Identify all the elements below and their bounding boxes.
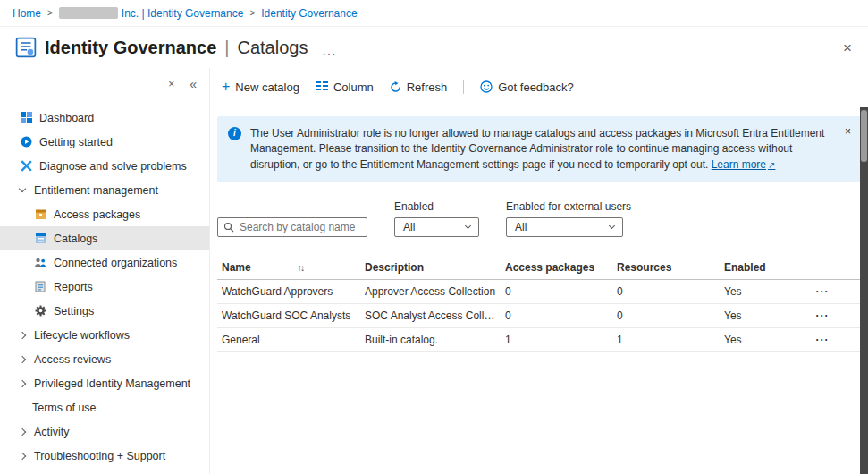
sidebar-item-label: Reports — [54, 281, 93, 293]
sidebar-group-troubleshooting-support[interactable]: Troubleshooting + Support — [0, 444, 209, 468]
external-users-filter-label: Enabled for external users — [506, 200, 631, 213]
command-bar: + New catalog Column Refresh Got feedbac… — [210, 70, 868, 104]
more-options-icon[interactable]: ··· — [322, 47, 336, 60]
sidebar-item-dashboard[interactable]: Dashboard — [0, 106, 209, 130]
sidebar-collapse-icon[interactable]: « — [190, 77, 197, 91]
sidebar-item-reports[interactable]: Reports — [0, 275, 209, 299]
sidebar-item-access-packages[interactable]: Access packages — [0, 202, 209, 226]
chevron-right-icon — [19, 379, 26, 386]
row-menu-icon[interactable]: ··· — [805, 285, 840, 298]
table-row[interactable]: WatchGuard SOC Analysts SOC Analyst Acce… — [217, 304, 861, 328]
close-icon[interactable]: × — [843, 40, 852, 55]
external-users-filter-value: All — [515, 221, 527, 233]
sidebar-item-connected-organizations[interactable]: Connected organizations — [0, 250, 209, 275]
sidebar-item-diagnose[interactable]: Diagnose and solve problems — [0, 154, 209, 178]
search-input[interactable] — [240, 221, 361, 233]
learn-more-link[interactable]: Learn more↗ — [712, 158, 776, 171]
sidebar-item-label: Terms of use — [32, 402, 97, 414]
title-divider: | — [224, 38, 229, 58]
access-packages-icon — [34, 208, 46, 220]
chevron-down-icon — [465, 223, 471, 229]
column-header-resources: Resources — [612, 261, 720, 274]
catalog-access-packages-cell: 1 — [501, 334, 612, 346]
catalog-access-packages-cell: 0 — [501, 309, 612, 322]
sidebar-search-clear-icon[interactable]: × — [168, 78, 174, 90]
banner-close-icon[interactable]: × — [845, 124, 851, 140]
scrollbar-thumb[interactable] — [861, 110, 867, 162]
identity-governance-blade: Home > Inc. | Identity Governance > Iden… — [0, 0, 868, 474]
sidebar-group-label: Troubleshooting + Support — [34, 450, 165, 462]
dashboard-icon — [20, 112, 32, 123]
catalogs-icon — [34, 233, 46, 244]
content-area: i The User Administrator role is no long… — [210, 104, 868, 474]
enabled-filter-value: All — [403, 221, 415, 233]
identity-governance-icon — [15, 37, 37, 58]
external-users-filter-select[interactable]: All — [506, 217, 623, 237]
sidebar-item-label: Access packages — [54, 208, 140, 221]
title-bar: Identity Governance | Catalogs ··· × — [0, 27, 868, 68]
sidebar-group-label: Privileged Identity Management — [34, 377, 190, 390]
sidebar-item-label: Diagnose and solve problems — [39, 160, 187, 173]
feedback-button[interactable]: Got feedback? — [480, 80, 574, 94]
banner-text: The User Administrator role is no longer… — [250, 126, 830, 173]
settings-gear-icon — [34, 305, 46, 317]
enabled-filter: Enabled All — [394, 200, 479, 237]
sidebar-item-catalogs[interactable]: Catalogs — [0, 226, 209, 250]
sidebar-item-label: Getting started — [39, 136, 113, 148]
sidebar-item-getting-started[interactable]: Getting started — [0, 130, 209, 154]
getting-started-icon — [20, 136, 32, 148]
chevron-right-icon — [19, 427, 26, 435]
breadcrumb-separator: > — [249, 8, 255, 18]
refresh-icon — [390, 81, 401, 93]
sidebar-item-label: Catalogs — [54, 233, 97, 245]
new-catalog-button[interactable]: + New catalog — [222, 80, 299, 94]
sidebar-item-label: Dashboard — [39, 112, 94, 124]
catalog-resources-cell: 0 — [612, 285, 720, 298]
sidebar-group-entitlement-management[interactable]: Entitlement management — [0, 178, 209, 202]
row-menu-icon[interactable]: ··· — [805, 334, 840, 346]
refresh-button[interactable]: Refresh — [390, 80, 448, 94]
breadcrumb-org[interactable]: Inc. | Identity Governance — [59, 7, 244, 20]
sidebar-item-terms-of-use[interactable]: Terms of use — [0, 395, 209, 419]
page-subtitle: Catalogs — [237, 38, 308, 58]
breadcrumb-home[interactable]: Home — [13, 7, 41, 20]
sidebar-item-settings[interactable]: Settings — [0, 299, 209, 323]
page-title: Identity Governance — [45, 38, 216, 58]
catalog-enabled-cell: Yes — [720, 334, 805, 346]
info-icon: i — [228, 127, 241, 140]
chevron-right-icon — [19, 452, 26, 459]
chevron-right-icon — [19, 331, 26, 338]
info-banner: i The User Administrator role is no long… — [217, 116, 861, 182]
catalog-resources-cell: 1 — [612, 334, 720, 346]
enabled-filter-select[interactable]: All — [394, 217, 479, 237]
sort-icon: ↑↓ — [298, 262, 304, 273]
column-header-name[interactable]: Name ↑↓ — [217, 261, 360, 274]
sidebar-group-label: Access reviews — [34, 353, 111, 366]
table-row[interactable]: General Built-in catalog. 1 1 Yes ··· — [217, 328, 861, 352]
column-icon — [316, 81, 328, 92]
sidebar-group-activity[interactable]: Activity — [0, 419, 209, 444]
sidebar-group-privileged-identity-management[interactable]: Privileged Identity Management — [0, 371, 209, 395]
sidebar-nav: Dashboard Getting started Diagnose and s… — [0, 106, 209, 468]
chevron-down-icon — [19, 185, 26, 192]
sidebar: × « Dashboard Getting started — [0, 68, 210, 474]
catalog-name-cell: WatchGuard SOC Analysts — [217, 309, 360, 322]
column-header-label: Name — [222, 261, 251, 274]
sidebar-group-lifecycle-workflows[interactable]: Lifecycle workflows — [0, 323, 209, 347]
plus-icon: + — [222, 80, 230, 94]
sidebar-item-label: Connected organizations — [54, 257, 177, 269]
breadcrumb-org-label: Inc. | Identity Governance — [122, 7, 244, 20]
row-menu-icon[interactable]: ··· — [805, 309, 840, 322]
catalog-enabled-cell: Yes — [720, 285, 805, 298]
sidebar-group-access-reviews[interactable]: Access reviews — [0, 347, 209, 371]
catalog-enabled-cell: Yes — [720, 309, 805, 322]
sidebar-group-label: Entitlement management — [34, 184, 158, 197]
vertical-scrollbar[interactable] — [860, 107, 868, 474]
sidebar-group-label: Activity — [34, 426, 70, 438]
column-button[interactable]: Column — [316, 80, 374, 94]
catalogs-table: Name ↑↓ Description Access packages Reso… — [217, 255, 861, 352]
catalog-description-cell: SOC Analyst Access Collection — [360, 309, 501, 322]
breadcrumb-current[interactable]: Identity Governance — [261, 7, 357, 20]
breadcrumb: Home > Inc. | Identity Governance > Iden… — [0, 0, 868, 27]
table-row[interactable]: WatchGuard Approvers Approver Access Col… — [217, 280, 861, 304]
